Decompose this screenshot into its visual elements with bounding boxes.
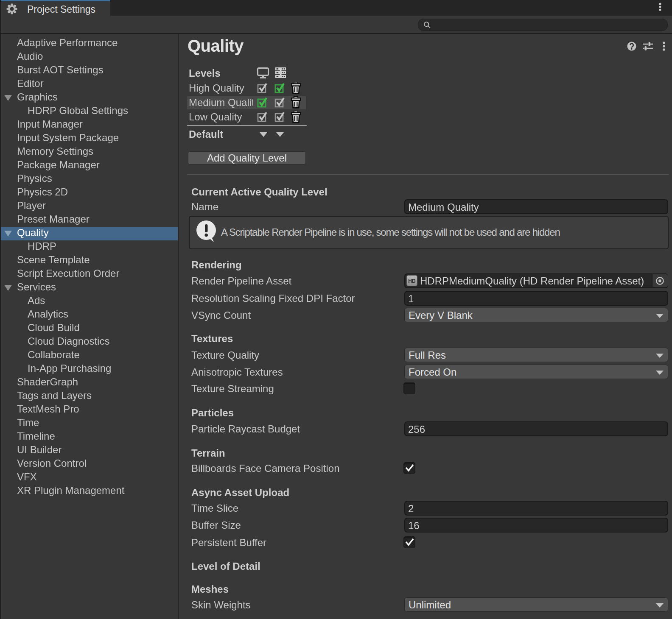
svg-text:HD: HD	[408, 278, 416, 284]
